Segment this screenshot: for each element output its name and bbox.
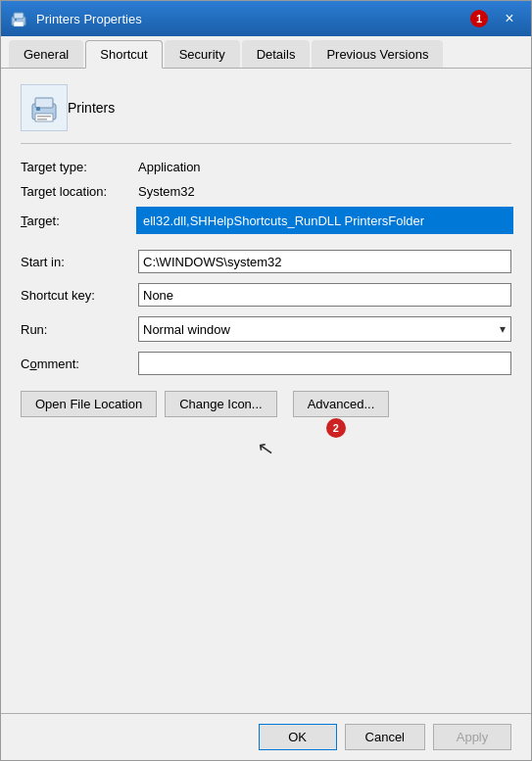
title-bar: Printers Properties 1 × [1, 1, 531, 36]
advanced-button[interactable]: Advanced... [293, 391, 390, 417]
target-location-row: Target location: System32 [21, 184, 511, 199]
app-header: Printers [21, 84, 511, 144]
window-icon [9, 9, 28, 28]
footer-buttons: OK Cancel Apply [1, 713, 531, 760]
run-label: Run: [21, 322, 138, 337]
run-select-wrapper[interactable]: Normal window Minimized Maximized [138, 316, 511, 342]
window-title: Printers Properties [36, 12, 470, 26]
comment-input[interactable] [138, 352, 511, 375]
tab-content: Printers Target type: Application Target… [1, 69, 531, 713]
start-in-row: Start in: [21, 250, 511, 273]
run-select[interactable]: Normal window Minimized Maximized [138, 316, 511, 342]
svg-rect-7 [36, 107, 40, 111]
target-type-label: Target type: [21, 160, 138, 174]
cancel-button[interactable]: Cancel [345, 724, 425, 750]
start-in-input[interactable] [138, 250, 511, 273]
target-location-value: System32 [138, 184, 195, 199]
tab-previous-versions[interactable]: Previous Versions [312, 40, 443, 68]
action-buttons: Open File Location Change Icon... 2 Adva… [21, 391, 511, 417]
target-location-label: Target location: [21, 184, 138, 199]
tab-shortcut[interactable]: Shortcut [85, 40, 162, 69]
tab-bar: General Shortcut Security Details Previo… [1, 36, 531, 69]
tab-details[interactable]: Details [242, 40, 311, 68]
close-button[interactable]: × [496, 7, 523, 30]
comment-row: Comment: [21, 352, 511, 375]
svg-rect-2 [14, 22, 24, 26]
app-name-label: Printers [68, 100, 115, 116]
dialog-window: Printers Properties 1 × General Shortcut… [0, 0, 532, 761]
svg-rect-5 [35, 98, 53, 108]
shortcut-key-row: Shortcut key: [21, 283, 511, 307]
svg-rect-8 [37, 116, 51, 118]
svg-rect-3 [15, 19, 17, 21]
tab-general[interactable]: General [9, 40, 83, 68]
comment-label: Comment: [21, 357, 138, 371]
open-file-location-button[interactable]: Open File Location [21, 391, 157, 417]
target-label: Target: [21, 214, 138, 228]
annotation-badge-1: 1 [470, 10, 488, 27]
ok-button[interactable]: OK [259, 724, 337, 750]
cursor-icon: ↖ [256, 436, 276, 462]
target-type-row: Target type: Application [21, 160, 511, 174]
start-in-label: Start in: [21, 255, 138, 269]
tab-security[interactable]: Security [165, 40, 240, 68]
app-icon [21, 84, 68, 131]
target-row: Target: [21, 209, 511, 232]
shortcut-key-label: Shortcut key: [21, 288, 138, 303]
shortcut-key-input[interactable] [138, 283, 511, 307]
change-icon-button[interactable]: Change Icon... [165, 391, 277, 417]
run-row: Run: Normal window Minimized Maximized [21, 316, 511, 342]
svg-rect-6 [35, 114, 53, 121]
annotation-badge-2: 2 [326, 418, 346, 438]
apply-button[interactable]: Apply [433, 724, 511, 750]
target-type-value: Application [138, 160, 201, 174]
cursor-area: ↖ [21, 417, 511, 480]
target-input[interactable] [138, 209, 511, 232]
svg-rect-1 [14, 13, 24, 19]
svg-rect-9 [37, 119, 47, 120]
